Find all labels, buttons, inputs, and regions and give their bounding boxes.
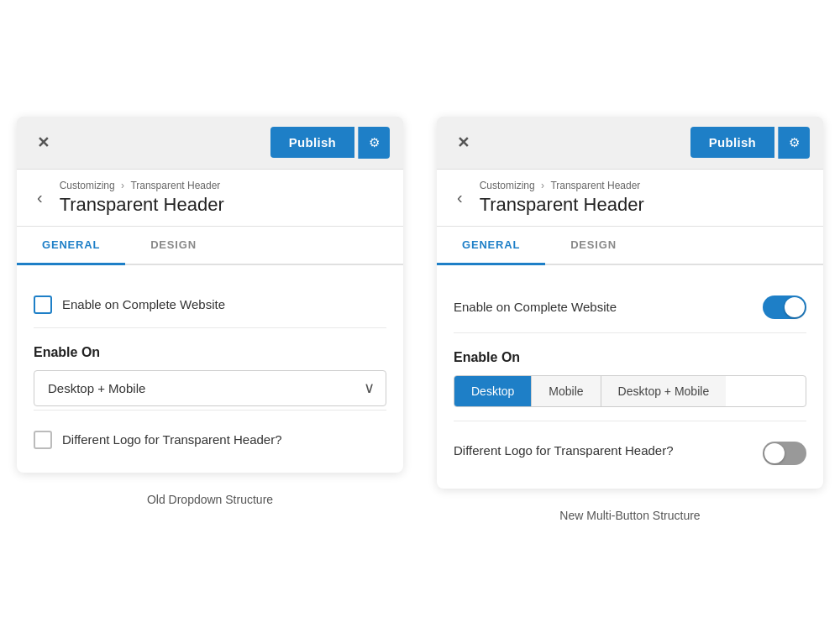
old-gear-button[interactable]: ⚙ xyxy=(358,127,390,159)
new-btn-desktop[interactable]: Desktop xyxy=(454,376,532,406)
old-dropdown-select[interactable]: Desktop + Mobile Desktop Mobile xyxy=(34,370,386,406)
new-divider xyxy=(454,421,806,421)
new-panel-content: Enable on Complete Website Enable On Des… xyxy=(437,265,823,489)
new-enable-toggle-knob xyxy=(785,297,805,317)
new-btn-desktop-mobile[interactable]: Desktop + Mobile xyxy=(601,376,727,406)
old-tabs: GENERAL DESIGN xyxy=(17,227,403,265)
old-enable-checkbox[interactable] xyxy=(34,295,52,314)
new-top-bar: ✕ Publish ⚙ xyxy=(437,117,823,170)
new-enable-toggle[interactable] xyxy=(763,295,806,319)
new-tabs: GENERAL DESIGN xyxy=(437,227,823,265)
old-panel-wrapper: ✕ Publish ⚙ ‹ Customizing › Transparent … xyxy=(17,117,403,506)
old-tab-general[interactable]: GENERAL xyxy=(17,227,125,265)
old-enable-complete-website-row: Enable on Complete Website xyxy=(34,282,386,328)
new-page-title: Transparent Header xyxy=(480,194,644,216)
new-panel: ✕ Publish ⚙ ‹ Customizing › Transparent … xyxy=(437,117,823,489)
new-tab-design[interactable]: DESIGN xyxy=(545,227,642,265)
old-back-button[interactable]: ‹ xyxy=(30,185,50,211)
new-btn-mobile[interactable]: Mobile xyxy=(532,376,601,406)
new-publish-button[interactable]: Publish xyxy=(690,127,774,158)
new-gear-button[interactable]: ⚙ xyxy=(778,127,810,159)
old-different-logo-label: Different Logo for Transparent Header? xyxy=(62,432,386,447)
old-enable-label: Enable on Complete Website xyxy=(62,297,225,311)
old-different-logo-checkbox[interactable] xyxy=(34,431,52,449)
old-close-button[interactable]: ✕ xyxy=(30,130,56,155)
old-breadcrumb-content: Customizing › Transparent Header Transpa… xyxy=(60,180,224,216)
new-enable-label: Enable on Complete Website xyxy=(454,300,617,314)
old-panel-content: Enable on Complete Website Enable On Des… xyxy=(17,265,403,473)
new-enable-on-section: Enable On Desktop Mobile Desktop + Mobil… xyxy=(454,350,806,407)
old-breadcrumb-path: Customizing › Transparent Header xyxy=(60,180,224,191)
new-close-button[interactable]: ✕ xyxy=(450,130,476,155)
old-top-bar: ✕ Publish ⚙ xyxy=(17,117,403,170)
comparison-container: ✕ Publish ⚙ ‹ Customizing › Transparent … xyxy=(17,117,823,522)
old-panel: ✕ Publish ⚙ ‹ Customizing › Transparent … xyxy=(17,117,403,473)
old-enable-on-section: Enable On Desktop + Mobile Desktop Mobil… xyxy=(34,345,386,406)
old-page-title: Transparent Header xyxy=(60,194,224,216)
new-different-logo-row: Different Logo for Transparent Header? xyxy=(454,425,806,472)
new-caption: New Multi-Button Structure xyxy=(559,509,700,522)
new-enable-complete-website-row: Enable on Complete Website xyxy=(454,282,806,333)
new-tab-general[interactable]: GENERAL xyxy=(437,227,545,265)
new-different-logo-toggle-knob xyxy=(764,443,785,463)
new-publish-area: Publish ⚙ xyxy=(690,127,810,159)
old-enable-on-label: Enable On xyxy=(34,345,386,360)
old-publish-button[interactable]: Publish xyxy=(270,127,354,158)
old-dropdown-wrapper: Desktop + Mobile Desktop Mobile ∨ xyxy=(34,370,386,406)
new-breadcrumb-bar: ‹ Customizing › Transparent Header Trans… xyxy=(437,170,823,227)
new-enable-on-label: Enable On xyxy=(454,350,806,365)
new-button-group: Desktop Mobile Desktop + Mobile xyxy=(454,375,806,407)
new-breadcrumb-content: Customizing › Transparent Header Transpa… xyxy=(480,180,644,216)
old-different-logo-row: Different Logo for Transparent Header? xyxy=(34,414,386,456)
old-breadcrumb-bar: ‹ Customizing › Transparent Header Trans… xyxy=(17,170,403,227)
old-tab-design[interactable]: DESIGN xyxy=(125,227,222,265)
new-breadcrumb-path: Customizing › Transparent Header xyxy=(480,180,644,191)
new-panel-wrapper: ✕ Publish ⚙ ‹ Customizing › Transparent … xyxy=(437,117,823,522)
old-divider xyxy=(34,410,386,411)
new-back-button[interactable]: ‹ xyxy=(450,185,470,211)
old-caption: Old Dropdown Structure xyxy=(147,493,273,506)
new-different-logo-toggle[interactable] xyxy=(763,442,806,465)
new-different-logo-label: Different Logo for Transparent Header? xyxy=(454,442,749,459)
old-publish-area: Publish ⚙ xyxy=(270,127,390,159)
